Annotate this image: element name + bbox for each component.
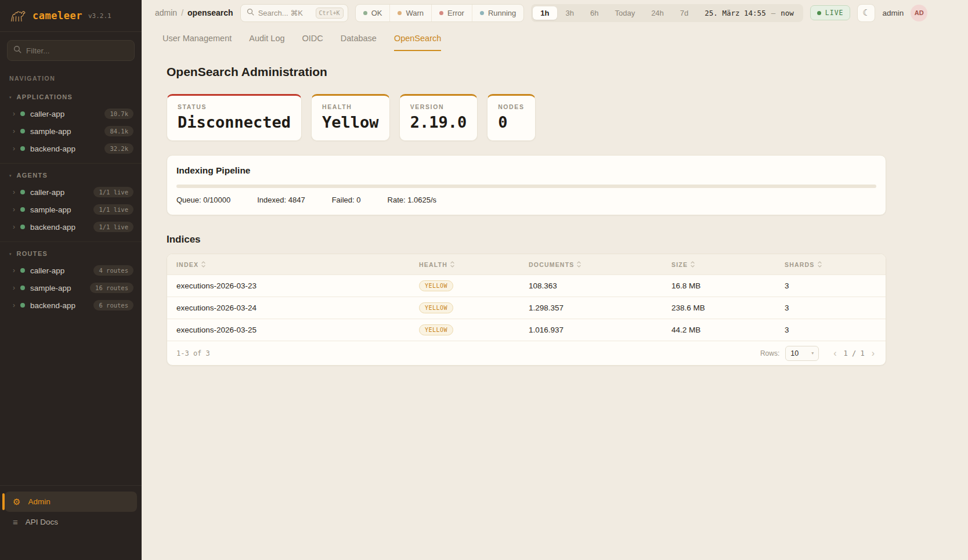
failed-stat: Failed: 0 [332, 196, 361, 204]
tab-user-management[interactable]: User Management [162, 34, 232, 51]
filter-input[interactable] [26, 46, 128, 55]
sidebar-item-caller-app[interactable]: › caller-app 10.7k [0, 105, 142, 122]
chevron-right-icon: › [13, 189, 15, 196]
sidebar-item-backend-app-agent[interactable]: › backend-app 1/1 live [0, 218, 142, 236]
table-row[interactable]: executions-2026-03-25 YELLOW 1.016.937 4… [167, 319, 886, 341]
tab-opensearch[interactable]: OpenSearch [394, 34, 441, 51]
next-page-button[interactable]: › [870, 349, 876, 358]
stat-card-version: VERSION 2.19.0 [399, 94, 478, 141]
sidebar-filter[interactable] [7, 40, 135, 61]
column-header-size[interactable]: SIZE [671, 261, 785, 268]
sidebar-item-caller-app-routes[interactable]: › caller-app 4 routes [0, 262, 142, 279]
top-bar-right: LIVE ☾ admin AD [810, 4, 927, 22]
time-range-bar: 1h 3h 6h Today 24h 7d 25. März 14:55 — n… [531, 4, 803, 22]
app-version: v3.2.1 [88, 12, 111, 20]
rate-stat: Rate: 1.0625/s [388, 196, 437, 204]
column-header-shards[interactable]: SHARDS [785, 261, 876, 268]
admin-tabs: User Management Audit Log OIDC Database … [142, 26, 968, 51]
sidebar-item-sample-app[interactable]: › sample-app 84.1k [0, 122, 142, 140]
chevron-right-icon: › [13, 284, 15, 291]
table-footer: 1-3 of 3 Rows: 10 ▾ ‹ 1 / 1 › [167, 341, 886, 365]
sidebar-nav: NAVIGATION ▾ APPLICATIONS › caller-app 1… [0, 69, 142, 485]
prev-page-button[interactable]: ‹ [832, 349, 838, 358]
table-row[interactable]: executions-2026-03-24 YELLOW 1.298.357 2… [167, 297, 886, 319]
documents-cell: 1.298.357 [529, 304, 671, 312]
index-name-cell: executions-2026-03-23 [176, 281, 419, 290]
count-badge: 10.7k [104, 109, 133, 119]
tab-audit-log[interactable]: Audit Log [249, 34, 284, 51]
filter-chip-warn[interactable]: Warn [389, 5, 431, 21]
filter-chip-running[interactable]: Running [472, 5, 523, 21]
time-range-today[interactable]: Today [607, 6, 642, 20]
size-cell: 44.2 MB [671, 326, 785, 334]
section-header-applications[interactable]: ▾ APPLICATIONS [0, 90, 142, 105]
table-row[interactable]: executions-2026-03-23 YELLOW 108.363 16.… [167, 274, 886, 297]
count-badge: 32.2k [104, 143, 133, 154]
status-dot [20, 111, 25, 116]
sidebar-item-backend-app[interactable]: › backend-app 32.2k [0, 140, 142, 157]
live-badge: 1/1 live [93, 222, 133, 232]
sidebar-item-sample-app-routes[interactable]: › sample-app 16 routes [0, 279, 142, 297]
time-range-3h[interactable]: 3h [558, 6, 581, 20]
count-badge: 84.1k [104, 126, 133, 136]
live-badge: 1/1 live [93, 187, 133, 197]
sidebar-item-sample-app-agent[interactable]: › sample-app 1/1 live [0, 201, 142, 218]
status-dot [20, 207, 25, 212]
pipeline-stats: Queue: 0/10000 Indexed: 4847 Failed: 0 R… [176, 196, 876, 204]
indices-title: Indices [167, 234, 968, 245]
time-range-6h[interactable]: 6h [583, 6, 606, 20]
app-logo: cameleer v3.2.1 [0, 0, 142, 32]
sort-icon [201, 261, 205, 268]
routes-badge: 16 routes [90, 283, 133, 293]
section-header-routes[interactable]: ▾ ROUTES [0, 247, 142, 262]
stat-card-status: STATUS Disconnected [167, 94, 302, 141]
sidebar-item-api-docs[interactable]: ≡ API Docs [5, 512, 137, 532]
live-badge: 1/1 live [93, 204, 133, 215]
breadcrumb-separator: / [181, 8, 183, 17]
sidebar-item-caller-app-agent[interactable]: › caller-app 1/1 live [0, 183, 142, 201]
time-range-24h[interactable]: 24h [644, 6, 671, 20]
routes-badge: 6 routes [93, 300, 133, 310]
live-toggle[interactable]: LIVE [810, 5, 851, 20]
sort-icon [691, 261, 695, 268]
documents-cell: 1.016.937 [529, 326, 671, 334]
chevron-right-icon: › [13, 302, 15, 309]
nav-heading: NAVIGATION [0, 69, 142, 85]
section-header-agents[interactable]: ▾ AGENTS [0, 168, 142, 183]
time-range-1h[interactable]: 1h [533, 6, 557, 20]
shortcut-hint: Ctrl+K [316, 8, 344, 19]
tab-oidc[interactable]: OIDC [302, 34, 323, 51]
app-name: cameleer [32, 10, 82, 21]
caret-down-icon: ▾ [9, 174, 12, 178]
filter-chip-error[interactable]: Error [431, 5, 472, 21]
breadcrumb-admin[interactable]: admin [155, 8, 177, 17]
breadcrumb-current: opensearch [187, 8, 233, 17]
username[interactable]: admin [882, 9, 904, 17]
pipeline-progress-bar [176, 185, 876, 188]
theme-toggle-button[interactable]: ☾ [857, 4, 875, 22]
rows-per-page-select[interactable]: 10 ▾ [785, 346, 819, 361]
column-header-index[interactable]: INDEX [176, 261, 419, 268]
time-range-display[interactable]: 25. März 14:55 — now [697, 9, 801, 17]
indexing-pipeline-card: Indexing Pipeline Queue: 0/10000 Indexed… [167, 155, 886, 215]
sidebar-item-backend-app-routes[interactable]: › backend-app 6 routes [0, 297, 142, 314]
avatar[interactable]: AD [911, 5, 927, 21]
search-input[interactable] [258, 9, 312, 17]
health-badge: YELLOW [419, 302, 453, 313]
status-dot [20, 286, 25, 290]
routes-badge: 4 routes [93, 265, 133, 276]
content: OpenSearch Administration STATUS Disconn… [142, 51, 968, 383]
time-range-7d[interactable]: 7d [673, 6, 696, 20]
sidebar-item-admin[interactable]: ⚙ Admin [5, 492, 137, 512]
chevron-right-icon: › [13, 145, 15, 152]
tab-database[interactable]: Database [341, 34, 377, 51]
ok-status-dot [363, 11, 367, 15]
column-header-health[interactable]: HEALTH [419, 261, 529, 268]
filter-chip-ok[interactable]: OK [356, 5, 390, 21]
indexed-stat: Indexed: 4847 [257, 196, 305, 204]
global-search[interactable]: Ctrl+K [240, 4, 348, 22]
status-value: Disconnected [178, 113, 291, 131]
health-value: Yellow [322, 113, 379, 131]
column-header-documents[interactable]: DOCUMENTS [529, 261, 671, 268]
index-name-cell: executions-2026-03-25 [176, 326, 419, 334]
